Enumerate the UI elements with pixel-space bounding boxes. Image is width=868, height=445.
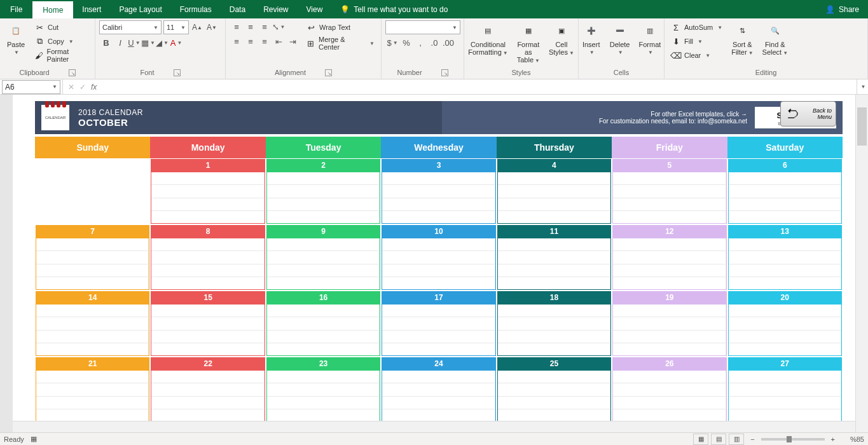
- cell-body[interactable]: [151, 370, 265, 422]
- cell-body[interactable]: [497, 238, 611, 290]
- cell-body[interactable]: [728, 304, 842, 356]
- calendar-cell[interactable]: 20: [727, 291, 843, 357]
- tab-insert[interactable]: Insert: [73, 0, 110, 18]
- increase-decimal-button[interactable]: .0: [427, 36, 441, 49]
- fx-icon[interactable]: fx: [91, 83, 97, 92]
- percent-format-button[interactable]: %: [399, 36, 413, 49]
- cell-body[interactable]: [151, 304, 265, 356]
- tab-formulas[interactable]: Formulas: [171, 0, 221, 18]
- cell-body[interactable]: [728, 370, 842, 422]
- calendar-cell[interactable]: 27: [727, 357, 843, 423]
- calendar-cell[interactable]: 22: [150, 357, 265, 423]
- calendar-cell[interactable]: 7: [35, 224, 150, 291]
- vertical-scrollbar[interactable]: [855, 95, 868, 432]
- tab-file[interactable]: File: [0, 0, 32, 18]
- cell-body[interactable]: [266, 304, 380, 356]
- calendar-cell[interactable]: 13: [727, 224, 843, 291]
- macro-record-icon[interactable]: ▦: [31, 435, 37, 443]
- align-left-button[interactable]: ≡: [230, 35, 244, 48]
- sort-filter-button[interactable]: ⇅Sort &Filter▼: [729, 20, 755, 58]
- border-button[interactable]: ▦▼: [141, 36, 155, 49]
- expand-formula-bar[interactable]: ▼: [857, 79, 868, 94]
- cell-body[interactable]: [497, 304, 611, 356]
- calendar-cell[interactable]: 18: [497, 291, 612, 357]
- bold-button[interactable]: B: [99, 36, 113, 49]
- accounting-format-button[interactable]: $▼: [385, 36, 399, 49]
- calendar-cell[interactable]: 26: [612, 357, 727, 423]
- zoom-slider[interactable]: [761, 438, 825, 441]
- cell-body[interactable]: [266, 238, 380, 290]
- cell-body[interactable]: [728, 238, 842, 290]
- launcher-icon[interactable]: ↘: [441, 69, 448, 76]
- decrease-indent-button[interactable]: ⇤: [272, 35, 286, 48]
- autosum-button[interactable]: ΣAutoSum▼: [668, 20, 725, 34]
- calendar-cell[interactable]: 14: [35, 291, 150, 357]
- zoom-in-button[interactable]: +: [827, 435, 839, 443]
- share-button[interactable]: 👤Share: [816, 5, 868, 14]
- calendar-cell[interactable]: 3: [381, 158, 496, 224]
- cell-body[interactable]: [497, 370, 611, 422]
- cell-body[interactable]: [612, 238, 726, 290]
- conditional-formatting-button[interactable]: ▤ ConditionalFormatting▼: [465, 20, 511, 58]
- wrap-text-button[interactable]: ↩Wrap Text: [303, 20, 377, 34]
- cell-body[interactable]: [728, 172, 842, 224]
- cell-styles-button[interactable]: ▣ CellStyles▼: [546, 20, 577, 58]
- tell-me[interactable]: 💡Tell me what you want to do: [331, 5, 457, 14]
- delete-cells-button[interactable]: ➖Delete▼: [607, 20, 633, 57]
- align-top-button[interactable]: ≡: [230, 20, 244, 33]
- cell-body[interactable]: [612, 172, 726, 224]
- paste-button[interactable]: 📋 Paste ▼: [4, 20, 28, 57]
- cell-body[interactable]: [36, 238, 149, 290]
- format-as-table-button[interactable]: ▦ Format asTable▼: [514, 20, 542, 65]
- calendar-cell[interactable]: 17: [381, 291, 496, 357]
- increase-font-button[interactable]: A▲: [191, 21, 203, 34]
- copy-button[interactable]: ⧉Copy▼: [32, 34, 91, 48]
- horizontal-scrollbar[interactable]: [13, 421, 855, 432]
- cut-button[interactable]: ✂Cut: [32, 20, 91, 34]
- align-middle-button[interactable]: ≡: [244, 20, 258, 33]
- increase-indent-button[interactable]: ⇥: [286, 35, 300, 48]
- calendar-cell[interactable]: 25: [497, 357, 612, 423]
- zoom-out-button[interactable]: −: [747, 435, 758, 443]
- launcher-icon[interactable]: ↘: [174, 69, 181, 76]
- calendar-cell[interactable]: 15: [150, 291, 265, 357]
- cell-body[interactable]: [36, 172, 149, 224]
- cell-body[interactable]: [266, 370, 380, 422]
- calendar-cell[interactable]: 24: [381, 357, 496, 423]
- page-break-view-button[interactable]: ▥: [729, 434, 744, 445]
- calendar-cell[interactable]: 4: [497, 158, 612, 224]
- format-cells-button[interactable]: ▥Format▼: [636, 20, 663, 57]
- cell-body[interactable]: [382, 304, 495, 356]
- cell-body[interactable]: [151, 172, 265, 224]
- calendar-cell[interactable]: 12: [612, 224, 727, 291]
- calendar-cell[interactable]: 23: [266, 357, 381, 423]
- calendar-cell[interactable]: 10: [381, 224, 496, 291]
- format-painter-button[interactable]: 🖌Format Painter: [32, 48, 91, 62]
- tab-data[interactable]: Data: [221, 0, 254, 18]
- underline-button[interactable]: U▼: [127, 36, 141, 49]
- calendar-cell[interactable]: 9: [266, 224, 381, 291]
- cell-body[interactable]: [266, 172, 380, 224]
- font-name-select[interactable]: Calibri▼: [99, 20, 162, 34]
- tab-home[interactable]: Home: [32, 0, 73, 18]
- cell-body[interactable]: [612, 370, 726, 422]
- fill-color-button[interactable]: ◢▼: [155, 36, 169, 49]
- calendar-cell[interactable]: 11: [497, 224, 612, 291]
- cell-body[interactable]: [36, 370, 149, 422]
- normal-view-button[interactable]: ▦: [693, 434, 708, 445]
- cell-body[interactable]: [612, 304, 726, 356]
- row-headers[interactable]: [0, 95, 13, 432]
- decrease-font-button[interactable]: A▼: [205, 21, 218, 34]
- font-color-button[interactable]: A▼: [169, 36, 183, 49]
- launcher-icon[interactable]: ↘: [325, 69, 332, 76]
- find-select-button[interactable]: 🔍Find &Select▼: [760, 20, 791, 58]
- align-bottom-button[interactable]: ≡: [258, 20, 272, 33]
- tab-view[interactable]: View: [298, 0, 332, 18]
- orientation-button[interactable]: ⤡▼: [272, 20, 286, 33]
- calendar-cell[interactable]: 16: [266, 291, 381, 357]
- merge-center-button[interactable]: ⊞Merge & Center▼: [303, 36, 377, 50]
- cell-body[interactable]: [497, 172, 611, 224]
- decrease-decimal-button[interactable]: .00: [441, 36, 455, 49]
- number-format-select[interactable]: ▼: [385, 20, 460, 34]
- confirm-icon[interactable]: ✓: [79, 83, 86, 92]
